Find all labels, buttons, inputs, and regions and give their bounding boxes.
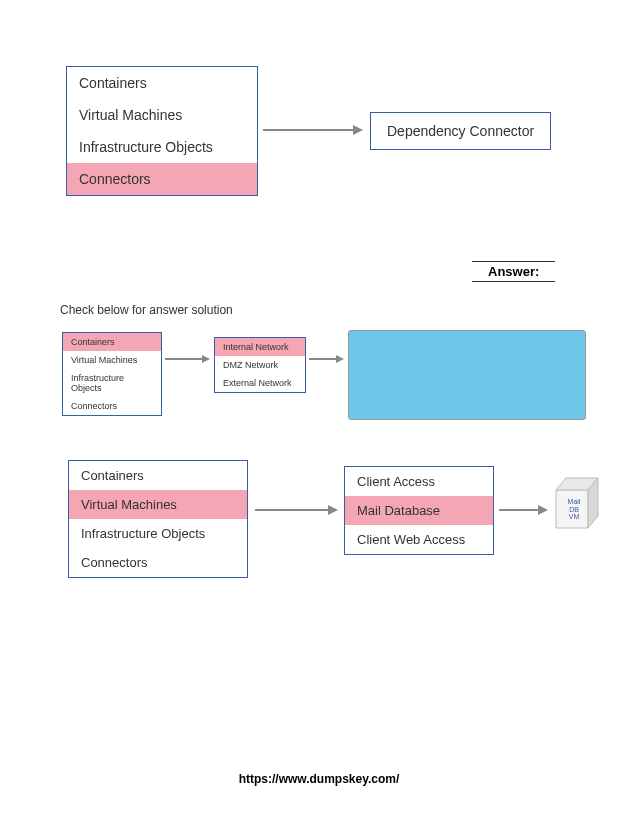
list-item-small: External Network	[215, 374, 305, 392]
arrow-icon	[258, 120, 368, 140]
instruction-text: Check below for answer solution	[60, 303, 233, 317]
blue-target-box	[348, 330, 586, 420]
cube-label: MailDBVM	[562, 498, 586, 521]
list-item-small: Containers	[63, 333, 161, 351]
list-box-2a: Containers Virtual Machines Infrastructu…	[62, 332, 162, 416]
list-box-3a: Containers Virtual Machines Infrastructu…	[68, 460, 248, 578]
answer-label: Answer:	[472, 261, 555, 282]
list-item: Containers	[69, 461, 247, 490]
arrow-icon	[306, 352, 346, 366]
list-item: Infrastructure Objects	[67, 131, 257, 163]
svg-marker-3	[202, 355, 210, 363]
list-item: Connectors	[69, 548, 247, 577]
list-item: Virtual Machines	[69, 490, 247, 519]
svg-marker-7	[328, 505, 338, 515]
list-item: Client Access	[345, 467, 493, 496]
footer-link: https://www.dumpskey.com/	[0, 772, 638, 786]
list-item-small: Virtual Machines	[63, 351, 161, 369]
target-label: Dependency Connector	[387, 123, 534, 139]
list-box-3b: Client Access Mail Database Client Web A…	[344, 466, 494, 555]
list-item-small: DMZ Network	[215, 356, 305, 374]
svg-marker-9	[538, 505, 548, 515]
arrow-icon	[162, 352, 212, 366]
list-item: Mail Database	[345, 496, 493, 525]
list-item: Client Web Access	[345, 525, 493, 554]
list-item: Connectors	[67, 163, 257, 195]
list-item-small: Connectors	[63, 397, 161, 415]
target-box: Dependency Connector	[370, 112, 551, 150]
list-item: Infrastructure Objects	[69, 519, 247, 548]
svg-marker-5	[336, 355, 344, 363]
list-item: Virtual Machines	[67, 99, 257, 131]
list-box-1: Containers Virtual Machines Infrastructu…	[66, 66, 258, 196]
list-item: Containers	[67, 67, 257, 99]
cube-icon: MailDBVM	[552, 474, 602, 524]
list-box-2b: Internal Network DMZ Network External Ne…	[214, 337, 306, 393]
svg-marker-1	[353, 125, 363, 135]
list-item-small: Infrastructure Objects	[63, 369, 161, 397]
arrow-icon	[494, 500, 552, 520]
arrow-icon	[250, 500, 342, 520]
list-item-small: Internal Network	[215, 338, 305, 356]
